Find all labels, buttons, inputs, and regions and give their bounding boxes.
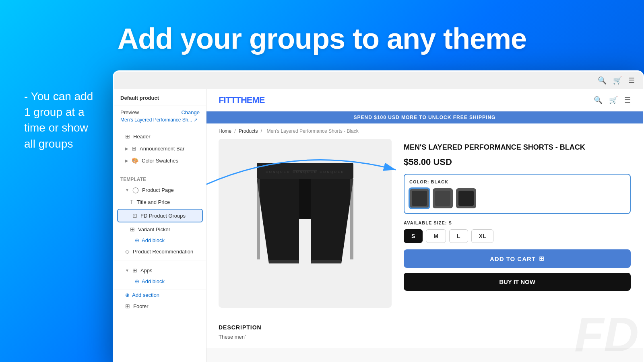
logo-accent: THEME bbox=[235, 95, 264, 105]
size-buttons: S M L XL bbox=[404, 229, 631, 243]
product-image-svg: CONQUER CONQUER CONQUER bbox=[241, 151, 369, 296]
sidebar-structure-section: ⊞ Header ▶ ⊞ Announcement Bar ▶ 🎨 Color … bbox=[114, 127, 206, 170]
product-title: MEN'S LAYERED PERFORMANCE SHORTS - BLACK bbox=[404, 143, 631, 152]
title-icon: T bbox=[130, 199, 134, 205]
template-category-label: Template bbox=[114, 173, 206, 184]
svg-rect-4 bbox=[257, 179, 260, 259]
breadcrumb-products[interactable]: Products bbox=[239, 128, 258, 134]
sidebar-item-product-page[interactable]: ▼ ◯ Product Page bbox=[114, 184, 206, 196]
preview-change-button[interactable]: Change bbox=[181, 109, 200, 115]
sidebar-item-announcement[interactable]: ▶ ⊞ Announcement Bar bbox=[114, 142, 206, 154]
sidebar-item-footer[interactable]: ⊞ Footer bbox=[114, 300, 206, 312]
store-nav-icons: 🔍 🛒 ☰ bbox=[594, 96, 631, 105]
product-page-icon: ◯ bbox=[132, 187, 139, 193]
nav-cart-icon[interactable]: 🛒 bbox=[609, 96, 618, 105]
product-area: CONQUER CONQUER CONQUER bbox=[206, 139, 643, 316]
description-text: These men' bbox=[219, 334, 631, 340]
sidebar-apps-section: ▼ ⊞ Apps ⊕ Add block bbox=[114, 261, 206, 290]
color-swatch-3[interactable] bbox=[456, 188, 476, 208]
header-icon: ⊞ bbox=[125, 133, 130, 140]
sidebar-item-title-price[interactable]: T Title and Price bbox=[114, 196, 206, 208]
store-logo: FITTTHEME bbox=[219, 95, 264, 105]
add-block-button-apps[interactable]: ⊕ Add block bbox=[114, 276, 206, 286]
cart-icon[interactable]: 🛒 bbox=[613, 76, 622, 85]
preview-section: Preview Change Men's Layered Performance… bbox=[114, 105, 206, 127]
color-swatch-2[interactable] bbox=[433, 188, 453, 208]
main-content: FITTTHEME 🔍 🛒 ☰ SPEND $100 USD MORE TO U… bbox=[206, 89, 643, 362]
nav-search-icon[interactable]: 🔍 bbox=[594, 96, 603, 105]
browser-bar: 🔍 🛒 ☰ bbox=[114, 72, 643, 89]
preview-label: Preview bbox=[120, 109, 139, 115]
size-label: AVAILABLE SIZE: S bbox=[404, 220, 631, 225]
menu-icon[interactable]: ☰ bbox=[628, 76, 635, 85]
svg-rect-7 bbox=[311, 260, 341, 263]
add-block-button-template[interactable]: ⊕ Add block bbox=[114, 235, 206, 245]
add-section-button[interactable]: ⊕ Add section bbox=[114, 290, 206, 300]
hero-title: Add your groups to any theme bbox=[0, 22, 644, 55]
apps-icon: ⊞ bbox=[132, 267, 137, 274]
description-area: DESCRIPTION These men' bbox=[206, 316, 643, 348]
editor-sidebar: Default product Preview Change Men's Lay… bbox=[114, 89, 206, 362]
promo-banner: SPEND $100 USD MORE TO UNLOCK FREE SHIPP… bbox=[206, 111, 643, 123]
product-details: MEN'S LAYERED PERFORMANCE SHORTS - BLACK… bbox=[404, 139, 631, 308]
size-btn-m[interactable]: M bbox=[426, 229, 446, 243]
sidebar-template-section: Template ▼ ◯ Product Page T Title and Pr… bbox=[114, 170, 206, 261]
breadcrumb-sep1: / bbox=[234, 128, 237, 134]
announcement-icon: ⊞ bbox=[132, 145, 136, 152]
color-section: COLOR: BLACK bbox=[404, 174, 631, 214]
preview-product-name: Men's Layered Performance Sh... ↗ bbox=[120, 117, 200, 123]
add-to-cart-button[interactable]: ADD TO CART ⊞ bbox=[404, 249, 631, 268]
chevron-icon: ▶ bbox=[125, 158, 128, 163]
browser-window: 🔍 🛒 ☰ Default product Preview Change Men… bbox=[113, 70, 644, 362]
search-icon[interactable]: 🔍 bbox=[598, 76, 607, 85]
footer-icon: ⊞ bbox=[125, 303, 130, 309]
color-label: COLOR: BLACK bbox=[409, 179, 625, 184]
store-header: FITTTHEME 🔍 🛒 ☰ bbox=[206, 89, 643, 111]
breadcrumb: Home / Products / Men's Layered Performa… bbox=[206, 123, 643, 139]
fd-groups-icon: ⊡ bbox=[132, 212, 137, 219]
breadcrumb-sep2: / bbox=[261, 128, 264, 134]
side-text: - You can add 1 group at a time or show … bbox=[24, 88, 93, 152]
sidebar-item-color-swatches[interactable]: ▶ 🎨 Color Swatches bbox=[114, 154, 206, 167]
sidebar-item-variant-picker[interactable]: ⊞ Variant Picker bbox=[114, 223, 206, 235]
nav-menu-icon[interactable]: ☰ bbox=[624, 96, 631, 105]
description-title: DESCRIPTION bbox=[219, 324, 631, 331]
size-btn-s[interactable]: S bbox=[404, 229, 423, 243]
plus-icon: ⊕ bbox=[125, 292, 130, 298]
sidebar-item-header[interactable]: ⊞ Header bbox=[114, 130, 206, 142]
buy-now-button[interactable]: BUY IT NOW bbox=[404, 273, 631, 291]
product-image-area: CONQUER CONQUER CONQUER bbox=[219, 139, 392, 308]
size-btn-xl[interactable]: XL bbox=[471, 229, 494, 243]
color-swatches bbox=[409, 188, 625, 208]
breadcrumb-product-name: Men's Layered Performance Shorts - Black bbox=[266, 128, 358, 134]
color-swatch-1[interactable] bbox=[409, 188, 429, 208]
swatch-icon: 🎨 bbox=[132, 157, 138, 164]
plus-icon: ⊕ bbox=[135, 278, 139, 284]
sidebar-item-fd-product-groups[interactable]: ⊡ FD Product Groups bbox=[117, 209, 203, 222]
plus-icon: ⊕ bbox=[135, 237, 139, 243]
buy-now-label: BUY IT NOW bbox=[499, 278, 535, 285]
svg-rect-6 bbox=[269, 260, 299, 263]
chevron-down-icon: ▼ bbox=[125, 188, 129, 192]
recommendation-icon: ◇ bbox=[125, 248, 130, 255]
chevron-icon: ▼ bbox=[125, 268, 129, 273]
variant-icon: ⊞ bbox=[130, 226, 135, 232]
svg-rect-2 bbox=[299, 179, 311, 219]
svg-rect-5 bbox=[350, 179, 353, 259]
chevron-icon: ▶ bbox=[125, 146, 128, 151]
cart-add-icon: ⊞ bbox=[539, 255, 545, 262]
product-price: $58.00 USD bbox=[404, 157, 631, 167]
sidebar-default-product: Default product bbox=[114, 89, 206, 105]
sidebar-item-product-recommendation[interactable]: ◇ Product Recommendation bbox=[114, 245, 206, 257]
breadcrumb-home[interactable]: Home bbox=[219, 128, 231, 134]
sidebar-item-apps[interactable]: ▼ ⊞ Apps bbox=[114, 264, 206, 276]
size-btn-l[interactable]: L bbox=[449, 229, 468, 243]
add-to-cart-label: ADD TO CART bbox=[490, 255, 536, 262]
